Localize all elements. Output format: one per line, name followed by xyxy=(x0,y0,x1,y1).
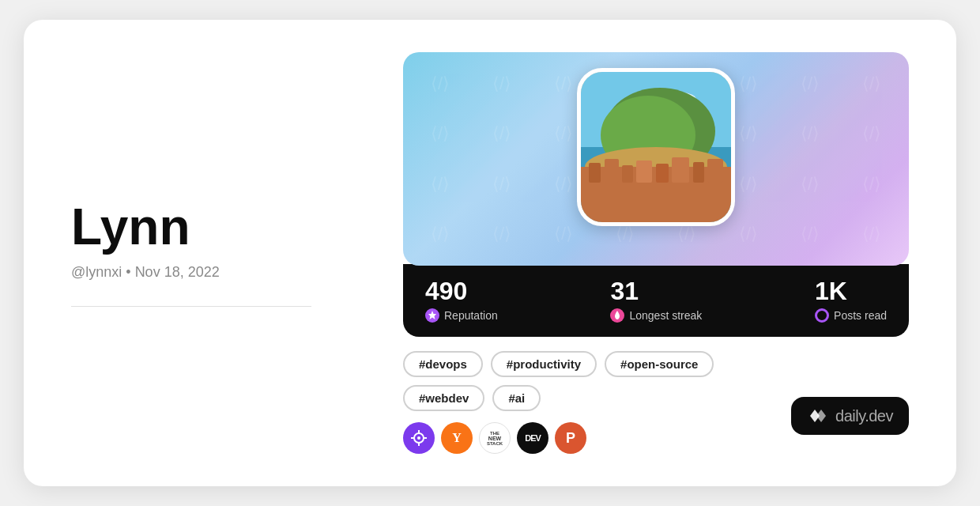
sources-row: Y THE NEW STACK DEV P xyxy=(403,422,586,454)
svg-rect-15 xyxy=(707,159,723,183)
dailydev-logo-icon xyxy=(807,405,829,427)
tags-row-2: #webdev #ai xyxy=(403,385,714,411)
svg-rect-11 xyxy=(636,160,652,183)
dailydev-branding: daily.dev xyxy=(791,397,909,435)
reputation-value: 490 xyxy=(425,278,467,304)
user-name: Lynn xyxy=(71,199,371,255)
streak-icon xyxy=(610,308,624,323)
tags-row-1: #devops #productivity #open-source xyxy=(403,351,714,377)
reputation-label-text: Reputation xyxy=(444,309,498,322)
tag-productivity[interactable]: #productivity xyxy=(491,351,597,377)
pattern-icon: ⟨/⟩ xyxy=(842,60,901,108)
source-devto[interactable]: DEV xyxy=(517,422,548,454)
profile-card: Lynn @lynnxi • Nov 18, 2022 ⟨/⟩ ⟨/⟩ ⟨/⟩ … xyxy=(24,20,956,486)
svg-point-19 xyxy=(417,436,420,440)
tags-section: #devops #productivity #open-source #webd… xyxy=(403,351,714,411)
pattern-icon: ⟨/⟩ xyxy=(781,160,839,208)
tag-ai[interactable]: #ai xyxy=(492,385,541,411)
pattern-icon: ⟨/⟩ xyxy=(473,111,531,158)
streak-label-text: Longest streak xyxy=(629,309,702,322)
source-newstack[interactable]: THE NEW STACK xyxy=(479,422,511,454)
posts-label-row: Posts read xyxy=(815,308,887,323)
pattern-icon: ⟨/⟩ xyxy=(842,111,901,158)
svg-rect-10 xyxy=(622,165,633,183)
profile-top: ⟨/⟩ ⟨/⟩ ⟨/⟩ ⟨/⟩ ⟨/⟩ ⟨/⟩ ⟨/⟩ ⟨/⟩ ⟨/⟩ ⟨/⟩ … xyxy=(403,52,909,337)
logo-name: daily xyxy=(835,407,865,425)
source-producthunt[interactable]: P xyxy=(555,422,586,454)
pattern-icon: ⟨/⟩ xyxy=(411,211,469,259)
pattern-icon: ⟨/⟩ xyxy=(473,60,531,108)
profile-banner: ⟨/⟩ ⟨/⟩ ⟨/⟩ ⟨/⟩ ⟨/⟩ ⟨/⟩ ⟨/⟩ ⟨/⟩ ⟨/⟩ ⟨/⟩ … xyxy=(403,52,909,266)
pattern-icon: ⟨/⟩ xyxy=(411,160,469,208)
pattern-icon: ⟨/⟩ xyxy=(781,60,839,108)
dailydev-logo-text: daily.dev xyxy=(835,407,893,425)
pattern-icon: ⟨/⟩ xyxy=(411,60,469,108)
reputation-icon xyxy=(425,308,439,323)
svg-rect-9 xyxy=(605,159,619,183)
avatar xyxy=(577,68,735,226)
user-meta: @lynnxi • Nov 18, 2022 xyxy=(71,264,371,281)
stat-posts: 1K Posts read xyxy=(815,278,887,323)
source-dailydev[interactable] xyxy=(403,422,435,454)
pattern-icon: ⟨/⟩ xyxy=(781,111,839,158)
tag-devops[interactable]: #devops xyxy=(403,351,483,377)
newstack-stack: STACK xyxy=(487,441,503,446)
tag-webdev[interactable]: #webdev xyxy=(403,385,484,411)
pattern-icon: ⟨/⟩ xyxy=(842,160,901,208)
right-section: ⟨/⟩ ⟨/⟩ ⟨/⟩ ⟨/⟩ ⟨/⟩ ⟨/⟩ ⟨/⟩ ⟨/⟩ ⟨/⟩ ⟨/⟩ … xyxy=(403,52,909,454)
svg-marker-16 xyxy=(428,311,436,319)
pattern-icon: ⟨/⟩ xyxy=(473,211,531,259)
pattern-icon: ⟨/⟩ xyxy=(473,160,531,208)
pattern-icon: ⟨/⟩ xyxy=(781,211,839,259)
avatar-image xyxy=(581,72,731,222)
source-ycombinator[interactable]: Y xyxy=(441,422,473,454)
join-date: Nov 18, 2022 xyxy=(135,264,220,280)
posts-label-text: Posts read xyxy=(834,309,887,322)
logo-suffix: .dev xyxy=(865,407,893,425)
pattern-icon: ⟨/⟩ xyxy=(411,111,469,158)
newstack-new: NEW xyxy=(488,436,501,441)
streak-label-row: Longest streak xyxy=(610,308,702,323)
tag-open-source[interactable]: #open-source xyxy=(605,351,714,377)
svg-rect-14 xyxy=(693,162,704,183)
left-section: Lynn @lynnxi • Nov 18, 2022 xyxy=(71,199,403,307)
streak-value: 31 xyxy=(610,278,639,304)
stat-reputation: 490 Reputation xyxy=(425,278,498,323)
user-handle: @lynnxi xyxy=(71,264,122,280)
svg-rect-8 xyxy=(589,163,601,183)
posts-value: 1K xyxy=(815,278,847,304)
svg-rect-13 xyxy=(672,157,689,183)
reputation-label-row: Reputation xyxy=(425,308,498,323)
posts-icon xyxy=(815,308,829,323)
pattern-icon: ⟨/⟩ xyxy=(842,211,901,259)
meta-separator: • xyxy=(126,264,134,280)
stat-streak: 31 Longest streak xyxy=(610,278,702,323)
avatar-svg xyxy=(581,72,731,222)
svg-rect-12 xyxy=(656,164,669,183)
divider xyxy=(71,306,311,307)
stats-bar: 490 Reputation 31 Longest streak xyxy=(403,264,909,337)
